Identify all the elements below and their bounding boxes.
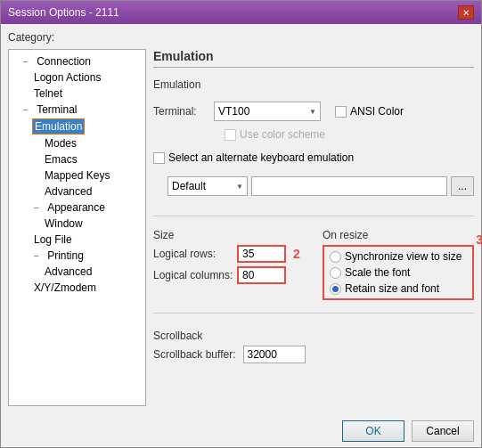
main-content: − Connection Logon Actions Telnet − Term… (8, 49, 474, 406)
logical-columns-input[interactable] (237, 266, 286, 284)
sidebar-item-label: Terminal (35, 102, 78, 117)
ansi-color-checkbox-row: ANSI Color (335, 105, 404, 118)
main-window: Session Options - 2111 ✕ Category: − Con… (0, 0, 482, 448)
two-columns: Size Logical rows: 2 Logical columns: (153, 229, 474, 300)
alternate-keyboard-checkbox[interactable] (153, 152, 165, 164)
scrollback-buffer-label: Scrollback buffer: (153, 348, 236, 361)
retain-size-radio[interactable] (330, 283, 341, 295)
sidebar-item-label: Advanced (43, 265, 94, 279)
on-resize-section: On resize 3 Synchronize view to size Sca… (323, 229, 474, 300)
sidebar-item-telnet[interactable]: Telnet (9, 86, 145, 102)
cancel-button[interactable]: Cancel (412, 420, 474, 442)
expand-icon: − (32, 250, 41, 262)
expand-icon: − (21, 56, 30, 68)
sync-view-radio-row[interactable]: Synchronize view to size (330, 250, 467, 263)
step-number-2: 2 (293, 247, 300, 261)
logical-rows-row: Logical rows: 2 (153, 245, 305, 263)
sidebar-item-emacs[interactable]: Emacs (9, 151, 145, 167)
logical-rows-label: Logical rows: (153, 248, 233, 260)
ansi-color-checkbox[interactable] (335, 106, 347, 118)
bottom-bar: OK Cancel (1, 413, 481, 447)
use-color-checkbox[interactable] (225, 129, 236, 141)
sidebar-item-label: Window (43, 216, 85, 231)
sidebar-item-modes[interactable]: Modes (9, 135, 145, 151)
use-color-row: Use color scheme (153, 128, 474, 141)
terminal-dropdown[interactable]: VT100 ▼ (214, 102, 321, 121)
sidebar-item-label: Appearance (45, 200, 107, 215)
ansi-color-label: ANSI Color (350, 105, 404, 118)
right-panel: Emulation Emulation Terminal: VT100 ▼ AN… (153, 49, 474, 406)
dropdown-arrow-icon2: ▼ (236, 183, 243, 191)
size-section: Size Logical rows: 2 Logical columns: (153, 229, 305, 300)
alternate-default-value: Default (172, 180, 206, 192)
sidebar-item-emulation[interactable]: Emulation (9, 118, 145, 135)
retain-size-radio-row[interactable]: Retain size and font (330, 282, 467, 295)
divider (153, 216, 474, 216)
dropdown-arrow-icon: ▼ (309, 108, 316, 116)
size-section-label: Size (153, 229, 305, 241)
title-bar: Session Options - 2111 ✕ (1, 1, 481, 24)
close-button[interactable]: ✕ (458, 5, 474, 20)
scrollback-label: Scrollback (153, 330, 474, 342)
sidebar-item-logon-actions[interactable]: Logon Actions (9, 69, 145, 86)
scale-font-radio-row[interactable]: Scale the font (330, 266, 467, 279)
sidebar-item-label: Logon Actions (32, 70, 102, 85)
scale-font-label: Scale the font (345, 266, 410, 279)
divider2 (153, 313, 474, 314)
emulation-section-label: Emulation (153, 78, 474, 91)
sidebar-item-label: Log File (32, 232, 74, 247)
logical-rows-input[interactable] (237, 245, 286, 263)
sidebar-item-log-file[interactable]: Log File (9, 232, 145, 248)
sidebar-item-terminal[interactable]: − Terminal (9, 102, 145, 118)
alternate-section: Default ▼ ... (167, 176, 474, 196)
alternate-text-input[interactable] (251, 176, 447, 196)
scrollback-row: Scrollback buffer: (153, 346, 474, 363)
terminal-label: Terminal: (153, 105, 207, 118)
on-resize-label: On resize (323, 229, 474, 241)
scrollback-section: Scrollback Scrollback buffer: (153, 330, 474, 363)
title-bar-controls: ✕ (458, 5, 474, 20)
sidebar-item-adv-printing[interactable]: Advanced (9, 264, 145, 280)
use-color-label: Use color scheme (240, 128, 325, 141)
sidebar-item-label: Emacs (43, 152, 79, 167)
step-number-3: 3 (476, 232, 482, 247)
sidebar-item-label: Mapped Keys (43, 168, 111, 183)
sidebar-item-connection[interactable]: − Connection (9, 53, 145, 69)
sidebar-item-label: Printing (45, 248, 86, 263)
panel-title: Emulation (153, 49, 474, 68)
expand-icon: − (32, 202, 41, 214)
sidebar-item-label: Connection (35, 54, 93, 69)
retain-size-label: Retain size and font (345, 282, 439, 295)
sidebar-item-label: Modes (43, 136, 78, 151)
sync-view-label: Synchronize view to size (345, 250, 462, 263)
window-title: Session Options - 2111 (8, 6, 119, 19)
terminal-row: Terminal: VT100 ▼ ANSI Color (153, 102, 474, 121)
ok-button[interactable]: OK (342, 420, 404, 442)
sidebar-item-label: Advanced (43, 184, 94, 199)
dots-label: ... (458, 180, 467, 192)
window-body: Category: − Connection Logon Actions Tel… (1, 24, 481, 413)
sidebar-item-window[interactable]: Window (9, 216, 145, 232)
terminal-value: VT100 (218, 105, 249, 118)
on-resize-radio-group: 3 Synchronize view to size Scale the fon… (323, 245, 474, 300)
sidebar-item-printing[interactable]: − Printing (9, 248, 145, 264)
alternate-dropdown[interactable]: Default ▼ (167, 176, 248, 196)
sidebar-item-label: Emulation (32, 118, 85, 134)
alternate-keyboard-label: Select an alternate keyboard emulation (168, 151, 354, 164)
sidebar-item-label: X/Y/Zmodem (32, 281, 98, 295)
sidebar-item-advanced[interactable]: Advanced (9, 183, 145, 200)
alternate-keyboard-row: Select an alternate keyboard emulation (153, 151, 474, 164)
logical-columns-row: Logical columns: (153, 266, 305, 284)
scale-font-radio[interactable] (330, 267, 341, 279)
logical-columns-label: Logical columns: (153, 269, 233, 281)
scrollback-input[interactable] (243, 346, 306, 363)
sidebar-item-xymodem[interactable]: X/Y/Zmodem (9, 280, 145, 296)
sidebar-item-mapped-keys[interactable]: Mapped Keys (9, 167, 145, 183)
tree-panel[interactable]: − Connection Logon Actions Telnet − Term… (8, 49, 146, 406)
sidebar-item-label: Telnet (32, 86, 64, 101)
sync-view-radio[interactable] (330, 251, 341, 263)
sidebar-item-appearance[interactable]: − Appearance (9, 200, 145, 216)
browse-button[interactable]: ... (451, 176, 474, 196)
expand-icon: − (21, 104, 30, 116)
category-label: Category: (8, 31, 474, 44)
